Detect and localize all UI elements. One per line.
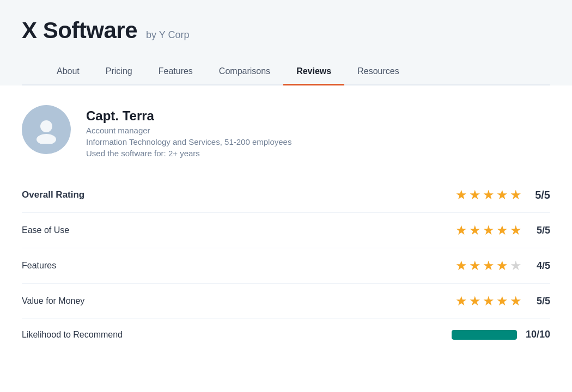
content: Capt. Terra Account manager Information … (0, 85, 572, 370)
rating-right-likelihood: 10/10 (452, 329, 550, 340)
tab-pricing[interactable]: Pricing (93, 59, 145, 85)
rating-row-features: Features ★ ★ ★ ★ ★ 4/5 (22, 248, 550, 284)
star-1: ★ (455, 258, 467, 273)
app-title: X Software (22, 17, 137, 44)
star-5: ★ (510, 187, 522, 203)
stars-overall: ★ ★ ★ ★ ★ (455, 187, 522, 203)
reviewer-usage: Used the software for: 2+ years (86, 149, 291, 158)
rating-row-value: Value for Money ★ ★ ★ ★ ★ 5/5 (22, 284, 550, 319)
star-5: ★ (510, 293, 522, 309)
svg-point-0 (40, 120, 52, 132)
stars-features: ★ ★ ★ ★ ★ (455, 258, 522, 273)
rating-row-likelihood: Likelihood to Recommend 10/10 (22, 319, 550, 350)
rating-score-ease: 5/5 (531, 225, 550, 236)
tab-comparisons[interactable]: Comparisons (206, 59, 283, 85)
star-3: ★ (483, 223, 495, 238)
star-1: ★ (455, 293, 467, 309)
rating-score-value: 5/5 (531, 296, 550, 307)
star-4: ★ (496, 187, 508, 203)
reviewer-role: Account manager (86, 126, 291, 135)
star-2: ★ (469, 293, 481, 309)
star-3: ★ (483, 187, 495, 203)
rating-row-ease: Ease of Use ★ ★ ★ ★ ★ 5/5 (22, 213, 550, 248)
reviewer-section: Capt. Terra Account manager Information … (22, 105, 550, 158)
rating-score-overall: 5/5 (531, 189, 550, 201)
nav-bar: About Pricing Features Comparisons Revie… (22, 59, 550, 85)
rating-score-features: 4/5 (531, 260, 550, 272)
star-1: ★ (455, 187, 467, 203)
star-5: ★ (510, 223, 522, 238)
rating-row-overall: Overall Rating ★ ★ ★ ★ ★ 5/5 (22, 177, 550, 213)
page-wrapper: X Software by Y Corp About Pricing Featu… (0, 0, 572, 392)
tab-resources[interactable]: Resources (344, 59, 412, 85)
app-by: by Y Corp (146, 29, 189, 41)
reviewer-info: Capt. Terra Account manager Information … (86, 105, 291, 158)
rating-label-ease: Ease of Use (22, 225, 69, 235)
rating-right-overall: ★ ★ ★ ★ ★ 5/5 (455, 187, 550, 203)
avatar (22, 105, 71, 154)
star-4: ★ (496, 293, 508, 309)
avatar-icon (32, 115, 60, 144)
rating-label-features: Features (22, 261, 56, 271)
stars-ease: ★ ★ ★ ★ ★ (455, 223, 522, 238)
star-5-empty: ★ (510, 258, 522, 273)
rating-right-ease: ★ ★ ★ ★ ★ 5/5 (455, 223, 550, 238)
rating-label-value: Value for Money (22, 296, 84, 306)
rating-label-overall: Overall Rating (22, 189, 84, 200)
rating-right-features: ★ ★ ★ ★ ★ 4/5 (455, 258, 550, 273)
progress-bar-container (452, 330, 517, 340)
star-3: ★ (483, 258, 495, 273)
progress-bar-fill (452, 330, 517, 340)
reviewer-company: Information Technology and Services, 51-… (86, 137, 291, 146)
star-2: ★ (469, 258, 481, 273)
header-title-row: X Software by Y Corp (22, 17, 550, 44)
star-1: ★ (455, 223, 467, 238)
rating-label-likelihood: Likelihood to Recommend (22, 330, 123, 340)
star-2: ★ (469, 223, 481, 238)
reviewer-name: Capt. Terra (86, 108, 291, 124)
star-4: ★ (496, 223, 508, 238)
ratings-section: Overall Rating ★ ★ ★ ★ ★ 5/5 Ease of Use (22, 177, 550, 350)
stars-value: ★ ★ ★ ★ ★ (455, 293, 522, 309)
header: X Software by Y Corp About Pricing Featu… (0, 0, 572, 85)
rating-score-likelihood: 10/10 (526, 329, 550, 340)
star-3: ★ (483, 293, 495, 309)
svg-point-1 (36, 134, 56, 144)
tab-about[interactable]: About (44, 59, 93, 85)
star-4: ★ (496, 258, 508, 273)
rating-right-value: ★ ★ ★ ★ ★ 5/5 (455, 293, 550, 309)
star-2: ★ (469, 187, 481, 203)
tab-features[interactable]: Features (145, 59, 206, 85)
tab-reviews[interactable]: Reviews (283, 59, 344, 85)
